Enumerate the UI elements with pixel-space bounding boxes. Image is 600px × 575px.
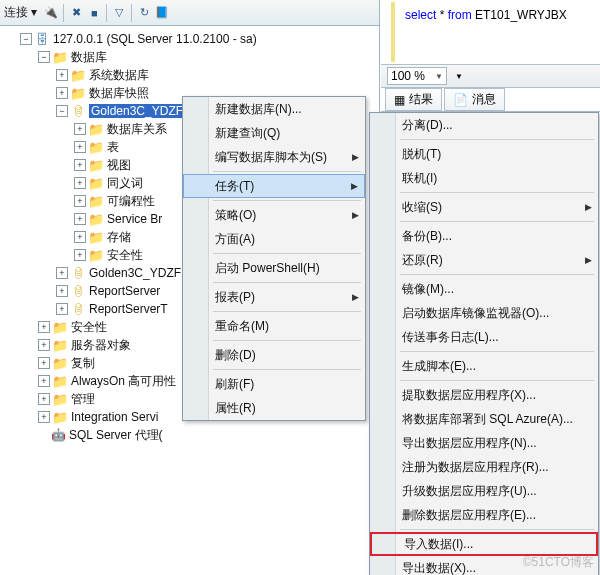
expander-icon[interactable]: + xyxy=(56,267,68,279)
expander-icon[interactable]: + xyxy=(74,195,86,207)
tab-messages[interactable]: 📄消息 xyxy=(444,88,505,111)
expander-icon[interactable]: + xyxy=(56,303,68,315)
menu-extract-dacpac[interactable]: 提取数据层应用程序(X)... xyxy=(370,383,598,407)
selected-db-node[interactable]: Golden3C_YDZF xyxy=(89,104,185,118)
expander-icon[interactable]: − xyxy=(20,33,32,45)
sql-editor[interactable]: select * from ET101_WRYJBX xyxy=(391,2,594,62)
filter-icon[interactable]: ▽ xyxy=(111,5,127,21)
menu-export-dacpac[interactable]: 导出数据层应用程序(N)... xyxy=(370,431,598,455)
expander-icon[interactable]: + xyxy=(74,141,86,153)
menu-import-data[interactable]: 导入数据(I)... xyxy=(370,532,598,556)
tree-node[interactable]: 数据库关系 xyxy=(107,121,167,138)
tree-node[interactable]: AlwaysOn 高可用性 xyxy=(71,373,176,390)
tree-node[interactable]: 系统数据库 xyxy=(89,67,149,84)
agent-icon: 🤖 xyxy=(50,427,66,443)
expander-icon[interactable]: + xyxy=(38,393,50,405)
menu-backup[interactable]: 备份(B)... xyxy=(370,224,598,248)
tree-node[interactable]: 安全性 xyxy=(71,319,107,336)
disconnect-icon[interactable]: ✖ xyxy=(68,5,84,21)
tree-node[interactable]: 表 xyxy=(107,139,119,156)
menu-ship-log[interactable]: 传送事务日志(L)... xyxy=(370,325,598,349)
menu-rename[interactable]: 重命名(M) xyxy=(183,314,365,338)
zoom-combo[interactable]: 100 %▼ xyxy=(387,67,447,85)
expander-icon[interactable]: + xyxy=(74,249,86,261)
tree-node[interactable]: Golden3C_YDZF xyxy=(89,266,181,280)
expander-icon[interactable]: + xyxy=(56,87,68,99)
menu-policies[interactable]: 策略(O) xyxy=(183,203,365,227)
menu-delete-dacpac[interactable]: 删除数据层应用程序(E)... xyxy=(370,503,598,527)
tree-node[interactable]: 同义词 xyxy=(107,175,143,192)
menu-new-database[interactable]: 新建数据库(N)... xyxy=(183,97,365,121)
tree-node[interactable]: 数据库 xyxy=(71,49,107,66)
expander-icon[interactable]: + xyxy=(74,159,86,171)
tree-node[interactable]: 数据库快照 xyxy=(89,85,149,102)
connect-icon[interactable]: 🔌 xyxy=(43,5,59,21)
zoom-bar: 100 %▼ ▼ xyxy=(381,64,600,88)
menu-new-query[interactable]: 新建查询(Q) xyxy=(183,121,365,145)
tree-node[interactable]: 视图 xyxy=(107,157,131,174)
expander-icon[interactable]: + xyxy=(56,69,68,81)
menu-offline[interactable]: 脱机(T) xyxy=(370,142,598,166)
tree-node[interactable]: 服务器对象 xyxy=(71,337,131,354)
expander-icon[interactable]: + xyxy=(56,285,68,297)
expander-icon[interactable]: − xyxy=(56,105,68,117)
tree-node[interactable]: SQL Server 代理( xyxy=(69,427,163,444)
menu-detach[interactable]: 分离(D)... xyxy=(370,113,598,137)
tree-node[interactable]: ReportServerT xyxy=(89,302,168,316)
folder-icon: 📁 xyxy=(52,319,68,335)
menu-online[interactable]: 联机(I) xyxy=(370,166,598,190)
folder-icon: 📁 xyxy=(52,373,68,389)
tree-node[interactable]: 安全性 xyxy=(107,247,143,264)
menu-delete[interactable]: 删除(D) xyxy=(183,343,365,367)
menu-mirror-monitor[interactable]: 启动数据库镜像监视器(O)... xyxy=(370,301,598,325)
folder-icon: 📁 xyxy=(52,409,68,425)
menu-facets[interactable]: 方面(A) xyxy=(183,227,365,251)
expander-icon[interactable]: + xyxy=(38,411,50,423)
tree-node[interactable]: Service Br xyxy=(107,212,162,226)
message-icon: 📄 xyxy=(453,93,468,107)
stop-icon[interactable]: ■ xyxy=(86,5,102,21)
expander-icon[interactable]: + xyxy=(38,339,50,351)
menu-script-as[interactable]: 编写数据库脚本为(S) xyxy=(183,145,365,169)
grid-icon: ▦ xyxy=(394,93,405,107)
tree-node[interactable]: 可编程性 xyxy=(107,193,155,210)
folder-icon: 📁 xyxy=(88,193,104,209)
folder-icon: 📁 xyxy=(70,67,86,83)
menu-properties[interactable]: 属性(R) xyxy=(183,396,365,420)
expander-icon[interactable]: + xyxy=(38,357,50,369)
help-icon[interactable]: 📘 xyxy=(154,5,170,21)
tree-node[interactable]: ReportServer xyxy=(89,284,160,298)
menu-gen-script[interactable]: 生成脚本(E)... xyxy=(370,354,598,378)
expander-icon[interactable]: + xyxy=(74,231,86,243)
refresh-icon[interactable]: ↻ xyxy=(136,5,152,21)
tree-node[interactable]: 复制 xyxy=(71,355,95,372)
menu-powershell[interactable]: 启动 PowerShell(H) xyxy=(183,256,365,280)
tree-node[interactable]: 管理 xyxy=(71,391,95,408)
expander-icon[interactable]: + xyxy=(74,177,86,189)
connect-dropdown[interactable]: 连接 ▾ xyxy=(4,4,37,21)
menu-register-dacpac[interactable]: 注册为数据层应用程序(R)... xyxy=(370,455,598,479)
tree-node[interactable]: Integration Servi xyxy=(71,410,158,424)
tab-results[interactable]: ▦结果 xyxy=(385,88,442,111)
menu-upgrade-dacpac[interactable]: 升级数据层应用程序(U)... xyxy=(370,479,598,503)
folder-icon: 📁 xyxy=(52,49,68,65)
server-node[interactable]: 127.0.0.1 (SQL Server 11.0.2100 - sa) xyxy=(53,32,257,46)
context-menu-tasks: 分离(D)... 脱机(T) 联机(I) 收缩(S) 备份(B)... 还原(R… xyxy=(369,112,599,575)
expander-icon[interactable]: + xyxy=(74,213,86,225)
menu-reports[interactable]: 报表(P) xyxy=(183,285,365,309)
menu-refresh[interactable]: 刷新(F) xyxy=(183,372,365,396)
menu-shrink[interactable]: 收缩(S) xyxy=(370,195,598,219)
menu-tasks[interactable]: 任务(T) xyxy=(183,174,365,198)
menu-export-data[interactable]: 导出数据(X)... xyxy=(370,556,598,575)
folder-icon: 📁 xyxy=(88,211,104,227)
menu-restore[interactable]: 还原(R) xyxy=(370,248,598,272)
menu-mirror[interactable]: 镜像(M)... xyxy=(370,277,598,301)
expander-icon[interactable]: + xyxy=(38,375,50,387)
expander-icon[interactable]: + xyxy=(38,321,50,333)
expander-icon[interactable]: + xyxy=(74,123,86,135)
folder-icon: 📁 xyxy=(88,157,104,173)
tree-node[interactable]: 存储 xyxy=(107,229,131,246)
folder-icon: 📁 xyxy=(88,229,104,245)
menu-deploy-azure[interactable]: 将数据库部署到 SQL Azure(A)... xyxy=(370,407,598,431)
expander-icon[interactable]: − xyxy=(38,51,50,63)
